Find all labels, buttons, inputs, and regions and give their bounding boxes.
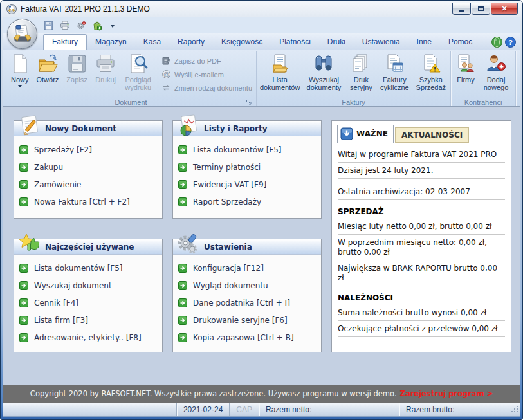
status-brutto-label: Razem brutto:: [399, 403, 520, 416]
maximize-button[interactable]: [472, 3, 490, 15]
companies-icon: [455, 53, 476, 74]
tab-aktualnosci[interactable]: AKTUALNOŚCI: [395, 127, 469, 143]
news-section-header: NALEŻNOŚCI: [338, 286, 505, 305]
settings-icon[interactable]: [75, 20, 86, 31]
change-doc-type-button[interactable]: Zmień rodzaj dokumentu: [161, 83, 252, 93]
ribbon: Nowy Otwórz Zapisz: [3, 50, 520, 106]
tab-druki[interactable]: Druki: [319, 35, 354, 50]
group-label-dokument: Dokument: [115, 98, 147, 106]
app-icon: [6, 4, 17, 14]
send-email-button[interactable]: @ Wyślij e-mailem: [161, 69, 252, 79]
qat-customize-button[interactable]: [110, 24, 115, 28]
link-dane-podatnika[interactable]: Dane podatnika [Ctrl + I]: [178, 294, 317, 311]
link-ewidencja-vat[interactable]: Ewidencja VAT [F9]: [178, 176, 317, 193]
open-button[interactable]: Otwórz: [33, 51, 63, 84]
link-drukowanie-seryjne[interactable]: Drukowanie seryjne [F6]: [178, 311, 317, 329]
printer-icon: [95, 53, 116, 74]
status-bar: 2021-02-24 CAP Razem netto: Razem brutto…: [3, 403, 520, 416]
shop-icon[interactable]: [91, 20, 102, 31]
window-title: Faktura VAT 2021 PRO 21.1.3 DEMO: [21, 5, 452, 14]
copyright-bar: Copyright 2020 by RAFSOFT.NET. Wszystkie…: [3, 385, 520, 403]
new-document-icon: [10, 53, 30, 74]
tab-wazne[interactable]: WAŻNE: [337, 125, 394, 143]
minimize-button[interactable]: [452, 3, 471, 15]
tab-pomoc[interactable]: Pomoc: [440, 35, 481, 50]
panel-nowy-dokument: Nowy Dokument Sprzedaży [F2] Zakupu Zamó…: [14, 120, 163, 219]
register-link[interactable]: Zarejestruj program >: [400, 389, 493, 398]
tab-ksiegowosc[interactable]: Księgowość: [213, 35, 271, 50]
news-row: Ostatnia archiwizacja: 02-03-2007: [338, 184, 505, 200]
document-list-icon: [270, 53, 290, 74]
panel-najczesciej-uzywane: Najczęściej używane Lista dokumentów [F5…: [14, 239, 163, 352]
news-row: Dzisiaj jest 24 luty 2021.: [338, 163, 505, 179]
link-cennik[interactable]: Cennik [F4]: [19, 294, 158, 311]
link-konfiguracja[interactable]: Konfiguracja [F12]: [178, 259, 317, 277]
new-button[interactable]: Nowy: [7, 51, 33, 87]
green-arrow-icon: [178, 145, 187, 154]
link-wyszukaj-dokument[interactable]: Wyszukaj dokument: [19, 277, 158, 294]
new-dropdown-caret-icon: [18, 85, 22, 87]
green-arrow-icon: [178, 298, 187, 307]
green-arrow-icon: [178, 281, 187, 290]
tab-faktury[interactable]: Faktury: [43, 34, 87, 50]
status-capslock: CAP: [229, 403, 259, 416]
dialog-launcher-icon[interactable]: [246, 97, 253, 104]
panel-title: Ustawienia: [204, 242, 252, 251]
tab-raporty[interactable]: Raporty: [169, 35, 213, 50]
print-icon[interactable]: [59, 20, 70, 31]
green-arrow-icon: [19, 264, 28, 273]
window-controls: ✕: [452, 3, 518, 15]
panel-ustawienia: Ustawienia Konfiguracja [F12] Wygląd dok…: [172, 239, 322, 352]
news-row: Największa w BRAK RAPORTU brutto 0,00 zł: [338, 260, 505, 286]
link-nowa-faktura[interactable]: Nowa Faktura [Ctrl + F2]: [19, 193, 158, 210]
link-lista-dokumentow[interactable]: Lista dokumentów [F5]: [178, 141, 317, 158]
save-icon[interactable]: [43, 20, 54, 31]
tab-kasa[interactable]: Kasa: [135, 35, 169, 50]
tab-ustawienia[interactable]: Ustawienia: [354, 35, 408, 50]
email-at-icon: @: [161, 69, 171, 79]
wyszukaj-dokumenty-button[interactable]: Wyszukaj dokumenty: [302, 51, 345, 91]
link-zamowienie[interactable]: Zamówienie: [19, 176, 158, 193]
link-kopia-zapasowa[interactable]: Kopia zapasowa [Ctrl + B]: [178, 329, 317, 346]
online-update-icon[interactable]: [491, 37, 502, 48]
status-netto-label: Razem netto:: [259, 403, 399, 416]
panel-listy-raporty: Listy i Raporty Lista dokumentów [F5] Te…: [172, 120, 322, 219]
link-sprzedazy[interactable]: Sprzedaży [F2]: [19, 141, 158, 158]
faktury-cykliczne-button[interactable]: Faktury cykliczne: [376, 51, 412, 91]
link-wyglad-dokumentu[interactable]: Wygląd dokumentu: [178, 277, 317, 294]
application-menu-button[interactable]: [7, 19, 37, 49]
tab-magazyn[interactable]: Magazyn: [87, 35, 135, 50]
save-button[interactable]: Zapisz: [62, 51, 91, 84]
link-lista-dokumentow-2[interactable]: Lista dokumentów [F5]: [19, 259, 158, 277]
green-arrow-icon: [178, 333, 187, 342]
resize-grip[interactable]: [511, 406, 518, 415]
green-arrow-icon: [19, 180, 28, 189]
link-adresowanie-etykiety[interactable]: Adresowanie, etykiety.. [F8]: [19, 329, 158, 346]
link-terminy-platnosci[interactable]: Terminy płatności: [178, 158, 317, 176]
gears-icon: [176, 233, 201, 256]
green-arrow-icon: [19, 316, 28, 325]
green-arrow-icon: [19, 163, 28, 172]
news-body: Witaj w programie Faktura VAT 2021 PRO D…: [332, 143, 511, 337]
ribbon-group-kontrahenci: Firmy Dodaj nowego Kontrahenci: [451, 51, 516, 106]
lista-dokumentow-button[interactable]: Lista dokumentów: [258, 51, 302, 91]
tab-platnosci[interactable]: Płatności: [271, 35, 319, 50]
green-arrow-icon: [178, 316, 187, 325]
main-area: Nowy Dokument Sprzedaży [F2] Zakupu Zamó…: [3, 106, 520, 385]
tab-inne[interactable]: Inne: [408, 35, 440, 50]
print-preview-button[interactable]: Podgląd wydruku: [120, 51, 156, 91]
help-icon[interactable]: ?: [505, 37, 516, 48]
link-zakupu[interactable]: Zakupu: [19, 158, 158, 176]
dodaj-nowego-button[interactable]: Dodaj nowego: [479, 51, 513, 91]
szybka-sprzedaz-button[interactable]: Szybka Sprzedaż: [413, 51, 449, 91]
save-pdf-button[interactable]: Zapisz do PDF: [161, 56, 252, 66]
link-raport-sprzedazy[interactable]: Raport Sprzedaży: [178, 193, 317, 210]
save-floppy-icon: [67, 53, 87, 74]
close-button[interactable]: ✕: [491, 3, 518, 15]
link-lista-firm[interactable]: Lista firm [F3]: [19, 311, 158, 329]
application-window: Faktura VAT 2021 PRO 21.1.3 DEMO ✕: [0, 0, 523, 420]
firmy-button[interactable]: Firmy: [452, 51, 479, 84]
green-arrow-icon: [178, 180, 187, 189]
druk-seryjny-button[interactable]: Druk seryjny: [346, 51, 377, 91]
print-button[interactable]: Drukuj: [91, 51, 120, 84]
